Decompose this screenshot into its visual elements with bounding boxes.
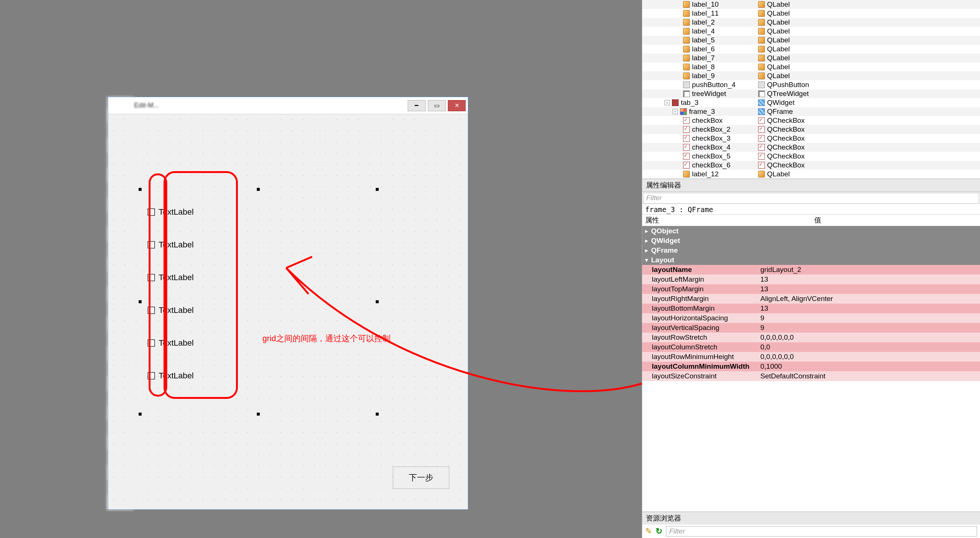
tree-object-name: pushButton_4	[692, 81, 735, 89]
tree-object-name: checkBox_4	[692, 143, 731, 152]
reload-icon[interactable]: ↻	[655, 527, 662, 536]
tree-row[interactable]: label_8QLabel	[642, 62, 980, 72]
property-row[interactable]: layoutRowStretch0,0,0,0,0,0	[642, 333, 980, 342]
tree-row[interactable]: label_5QLabel	[642, 36, 980, 45]
tree-object-name: checkBox	[692, 117, 722, 125]
property-group-qobject[interactable]: ▸QObject	[642, 226, 980, 236]
preview-titlebar[interactable]: Edit-M... ━ ▭ ✕	[108, 97, 468, 114]
property-editor-title: 属性编辑器	[642, 179, 980, 192]
tree-row[interactable]: label_2QLabel	[642, 18, 980, 27]
tree-row[interactable]: checkBox_6QCheckBox	[642, 161, 980, 170]
property-name: layoutRightMargin	[642, 294, 757, 303]
tree-row[interactable]: checkBoxQCheckBox	[642, 116, 980, 125]
maximize-button[interactable]: ▭	[428, 100, 445, 111]
property-value[interactable]: 0,0,0,0,0,0	[757, 352, 980, 362]
tree-expander-icon[interactable]: -	[673, 109, 678, 114]
tree-row[interactable]: label_4QLabel	[642, 27, 980, 36]
property-row[interactable]: layoutColumnMinimumWidth0,1000	[642, 362, 980, 371]
property-name: layoutTopMargin	[642, 284, 757, 294]
selection-handle[interactable]	[257, 188, 260, 191]
property-row[interactable]: layoutVerticalSpacing9	[642, 323, 980, 333]
object-inspector-tree[interactable]: label_10QLabellabel_11QLabellabel_2QLabe…	[642, 0, 980, 179]
tree-row[interactable]: label_7QLabel	[642, 54, 980, 62]
property-name: layoutSizeConstraint	[642, 371, 757, 381]
property-row[interactable]: layoutRightMarginAlignLeft, AlignVCenter	[642, 294, 980, 303]
tree-object-name: label_4	[692, 27, 715, 35]
class-icon	[758, 117, 765, 124]
class-icon	[758, 153, 765, 160]
tree-class-name: QPushButton	[767, 81, 809, 89]
close-button[interactable]: ✕	[448, 100, 466, 111]
class-icon	[758, 171, 765, 177]
object-icon	[683, 64, 690, 70]
selection-handle[interactable]	[138, 413, 142, 416]
tree-row[interactable]: -frame_3QFrame	[642, 107, 980, 116]
tree-class-name: QLabel	[767, 72, 790, 80]
property-value[interactable]: 13	[757, 275, 980, 284]
tree-row[interactable]: label_10QLabel	[642, 0, 980, 9]
selection-handle[interactable]	[257, 413, 260, 416]
property-value[interactable]: 13	[757, 303, 980, 313]
resource-browser-title: 资源浏览器	[642, 512, 980, 525]
property-name: layoutVerticalSpacing	[642, 323, 757, 333]
selection-handle[interactable]	[138, 188, 142, 191]
property-value[interactable]: 0,1000	[757, 362, 980, 371]
minimize-button[interactable]: ━	[408, 100, 426, 111]
property-group-label: QFrame	[651, 246, 678, 254]
tree-class-name: QCheckBox	[767, 161, 805, 169]
tree-class-name: QLabel	[767, 9, 790, 18]
property-value[interactable]: gridLayout_2	[757, 265, 980, 275]
property-row[interactable]: layoutColumnStretch0,0	[642, 342, 980, 352]
property-row[interactable]: layoutHorizontalSpacing9	[642, 313, 980, 323]
property-value[interactable]: 9	[757, 323, 980, 333]
property-value[interactable]: SetDefaultConstraint	[757, 371, 980, 381]
tree-class-name: QCheckBox	[767, 134, 805, 142]
property-editor-empty-area	[642, 381, 980, 512]
property-value[interactable]: 9	[757, 313, 980, 323]
property-value[interactable]: AlignLeft, AlignVCenter	[757, 294, 980, 303]
tree-row[interactable]: label_11QLabel	[642, 9, 980, 18]
tree-expander-icon[interactable]: -	[665, 100, 670, 105]
tree-row[interactable]: treeWidgetQTreeWidget	[642, 89, 980, 98]
tree-class-name: QWidget	[767, 99, 795, 107]
tree-row[interactable]: checkBox_5QCheckBox	[642, 152, 980, 161]
property-row[interactable]: layoutNamegridLayout_2	[642, 265, 980, 275]
property-row[interactable]: layoutRowMinimumHeight0,0,0,0,0,0	[642, 352, 980, 362]
selection-handle[interactable]	[138, 300, 142, 303]
property-editor-filter[interactable]: Filter	[643, 193, 979, 204]
selection-handle[interactable]	[376, 413, 379, 416]
tree-object-name: label_6	[692, 45, 715, 53]
resource-browser-filter[interactable]: Filter	[666, 526, 977, 536]
property-group-label: QObject	[651, 227, 679, 235]
property-name: layoutColumnStretch	[642, 342, 757, 352]
property-value[interactable]: 13	[757, 284, 980, 294]
property-group-qwidget[interactable]: ▸QWidget	[642, 236, 980, 246]
object-icon	[683, 46, 690, 53]
property-group-layout[interactable]: ▾ Layout	[642, 255, 980, 265]
tree-row[interactable]: label_6QLabel	[642, 45, 980, 54]
selection-handle[interactable]	[376, 188, 379, 191]
property-name: layoutColumnMinimumWidth	[642, 362, 757, 371]
tree-row[interactable]: label_9QLabel	[642, 72, 980, 80]
object-icon	[683, 1, 690, 8]
pencil-icon[interactable]: ✎	[645, 527, 652, 536]
next-step-button[interactable]: 下一步	[393, 466, 449, 489]
property-row[interactable]: layoutSizeConstraintSetDefaultConstraint	[642, 371, 980, 381]
property-row[interactable]: layoutLeftMargin13	[642, 275, 980, 284]
tree-row[interactable]: checkBox_3QCheckBox	[642, 134, 980, 143]
tree-row[interactable]: pushButton_4QPushButton	[642, 80, 980, 89]
tree-object-name: checkBox_2	[692, 125, 731, 134]
preview-window-title: Edit-M...	[134, 102, 159, 109]
property-value[interactable]: 0,0,0,0,0,0	[757, 333, 980, 342]
tree-row[interactable]: checkBox_4QCheckBox	[642, 143, 980, 152]
selection-handle[interactable]	[376, 300, 379, 303]
chevron-down-icon: ▾	[645, 257, 648, 263]
tree-row[interactable]: -tab_3QWidget	[642, 98, 980, 107]
property-value[interactable]: 0,0	[757, 342, 980, 352]
tree-row[interactable]: checkBox_2QCheckBox	[642, 125, 980, 134]
tree-class-name: QLabel	[767, 45, 790, 53]
property-row[interactable]: layoutBottomMargin13	[642, 303, 980, 313]
property-row[interactable]: layoutTopMargin13	[642, 284, 980, 294]
tree-row[interactable]: label_12QLabel	[642, 170, 980, 179]
property-group-qframe[interactable]: ▸QFrame	[642, 246, 980, 255]
